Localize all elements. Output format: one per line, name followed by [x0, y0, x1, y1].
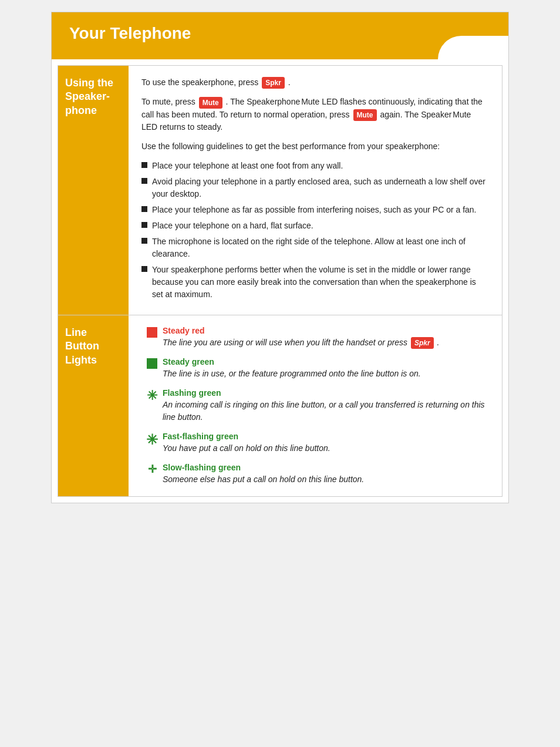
line-lights-label: Line Button Lights	[65, 326, 122, 367]
speakerphone-para1: To use the speakerphone, press Spkr .	[141, 76, 489, 89]
cross-green-icon: ✛	[148, 464, 157, 475]
light-item-steady-green: Steady green The line is in use, or the …	[141, 357, 489, 380]
bullet-item: Place your telephone as far as possible …	[141, 204, 489, 216]
page-container: Your Telephone Using the Speaker-phone T…	[51, 12, 509, 503]
para2-pre-text: To mute, press	[141, 97, 195, 106]
bullet-text: Place your telephone as far as possible …	[152, 204, 477, 216]
asterisk-green-icon: ✳	[147, 389, 157, 402]
fast-flashing-green-title: Fast-flashing green	[163, 432, 489, 441]
flashing-green-icon: ✳	[141, 389, 163, 402]
flashing-green-desc: An incoming call is ringing on this line…	[163, 399, 489, 423]
bullet-icon	[141, 178, 147, 184]
header-curve-decoration	[438, 36, 508, 59]
steady-red-desc-pre: The line you are using or will use when …	[163, 338, 410, 347]
steady-red-title: Steady red	[163, 326, 489, 335]
bullet-icon	[141, 222, 147, 228]
speakerphone-bullets: Place your telephone at least one foot f…	[141, 160, 489, 301]
speakerphone-para2: To mute, press Mute . The Speakerphone M…	[141, 96, 489, 133]
fast-flashing-green-icon: ✳	[141, 433, 163, 447]
para1-pre-text: To use the speakerphone, press	[141, 78, 258, 87]
slow-flashing-green-title: Slow-flashing green	[163, 463, 489, 472]
speakerphone-right-col: To use the speakerphone, press Spkr . To…	[129, 66, 502, 315]
content-table: Using the Speaker-phone To use the speak…	[58, 65, 502, 497]
bullet-text: The microphone is located on the right s…	[152, 235, 489, 260]
bullet-item: Place your telephone at least one foot f…	[141, 160, 489, 172]
slow-flashing-green-icon: ✛	[141, 464, 163, 475]
spkr-button-1: Spkr	[262, 77, 285, 89]
steady-green-desc: The line is in use, or the feature progr…	[163, 368, 489, 380]
slow-flashing-green-content: Slow-flashing green Someone else has put…	[163, 463, 489, 486]
light-item-flashing-green: ✳ Flashing green An incoming call is rin…	[141, 388, 489, 423]
steady-red-content: Steady red The line you are using or wil…	[163, 326, 489, 349]
steady-red-icon	[141, 327, 163, 338]
bullet-text: Avoid placing your telephone in a partly…	[152, 176, 489, 200]
line-lights-left-col: Line Button Lights	[58, 315, 129, 496]
line-lights-right-col: Steady red The line you are using or wil…	[129, 315, 502, 496]
bold-asterisk-green-icon: ✳	[146, 433, 158, 447]
bullet-item: The microphone is located on the right s…	[141, 235, 489, 260]
bullet-text: Your speakerphone performs better when t…	[152, 264, 489, 301]
line-lights-row: Line Button Lights Steady red The line y…	[58, 315, 502, 496]
bullet-icon	[141, 162, 147, 168]
light-item-fast-flashing-green: ✳ Fast-flashing green You have put a cal…	[141, 432, 489, 455]
speakerphone-label: Using the Speaker-phone	[65, 76, 122, 117]
bullet-text: Place your telephone on a hard, flat sur…	[152, 220, 313, 232]
fast-flashing-green-desc: You have put a call on hold on this line…	[163, 442, 489, 455]
bullet-item: Avoid placing your telephone in a partly…	[141, 176, 489, 200]
speakerphone-row: Using the Speaker-phone To use the speak…	[58, 66, 502, 315]
speakerphone-para3: Use the following guidelines to get the …	[141, 140, 489, 153]
bullet-icon	[141, 206, 147, 212]
bullet-icon	[141, 266, 147, 272]
bullet-icon	[141, 238, 147, 244]
bullet-item: Your speakerphone performs better when t…	[141, 264, 489, 301]
header-section: Your Telephone	[52, 12, 508, 59]
bullet-text: Place your telephone at least one foot f…	[152, 160, 343, 172]
light-item-steady-red: Steady red The line you are using or wil…	[141, 326, 489, 349]
mute-button-2: Mute	[353, 109, 377, 121]
mute-button-1: Mute	[199, 97, 222, 109]
speakerphone-left-col: Using the Speaker-phone	[58, 66, 129, 315]
steady-red-desc: The line you are using or will use when …	[163, 337, 489, 349]
red-square-icon	[147, 327, 157, 338]
page-title: Your Telephone	[69, 24, 191, 42]
steady-green-icon	[141, 358, 163, 369]
fast-flashing-green-content: Fast-flashing green You have put a call …	[163, 432, 489, 455]
flashing-green-content: Flashing green An incoming call is ringi…	[163, 388, 489, 423]
green-square-icon	[147, 358, 157, 369]
steady-green-title: Steady green	[163, 357, 489, 366]
steady-red-desc-post: .	[435, 338, 440, 347]
flashing-green-title: Flashing green	[163, 388, 489, 398]
spkr-button-2: Spkr	[411, 337, 434, 349]
para1-post-text: .	[288, 78, 291, 87]
light-item-slow-flashing-green: ✛ Slow-flashing green Someone else has p…	[141, 463, 489, 486]
slow-flashing-green-desc: Someone else has put a call on hold on t…	[163, 473, 489, 486]
bullet-item: Place your telephone on a hard, flat sur…	[141, 220, 489, 232]
steady-green-content: Steady green The line is in use, or the …	[163, 357, 489, 380]
